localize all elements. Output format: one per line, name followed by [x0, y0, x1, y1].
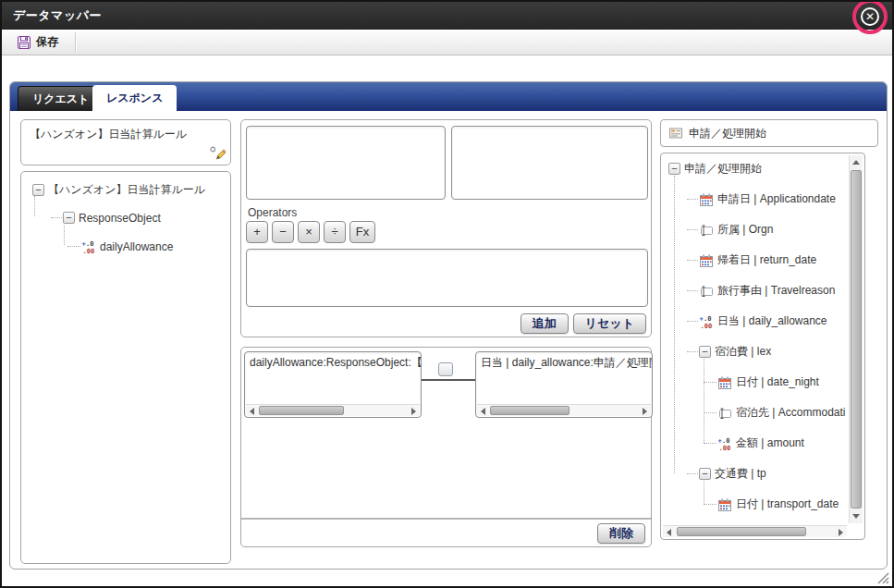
scroll-left-icon[interactable]: [481, 408, 485, 415]
reset-button[interactable]: リセット: [573, 313, 646, 334]
tab-response[interactable]: レスポンス: [92, 85, 177, 111]
calendar-icon: [699, 253, 714, 268]
pencil-edit-icon[interactable]: [209, 145, 226, 162]
expression-preview-box[interactable]: [246, 249, 648, 307]
number-field-icon: [699, 314, 714, 329]
scrollbar-thumb[interactable]: [677, 527, 806, 536]
scroll-right-icon[interactable]: [411, 408, 416, 415]
mapping-list-panel: dailyAllowance:ResponseObject:【 日当 | dai…: [240, 347, 652, 547]
rule-name-box: 【ハンズオン】日当計算ルール: [20, 119, 231, 165]
data-mapper-dialog: データマッパー ✕ 保存 リクエスト レスポンス 【ハンズオン】日当計算ルール …: [0, 0, 894, 588]
calendar-icon: [717, 375, 732, 390]
operand-left-slot[interactable]: [246, 126, 446, 200]
horizontal-scrollbar[interactable]: [663, 525, 847, 537]
operator-plus-button[interactable]: +: [246, 221, 268, 243]
dialog-titlebar: データマッパー: [2, 2, 892, 30]
close-button[interactable]: ✕: [861, 7, 879, 26]
toolbar-separator: [75, 32, 77, 53]
scrollbar-thumb[interactable]: [490, 406, 569, 415]
vertical-scrollbar[interactable]: [849, 155, 863, 523]
tree-guide: [674, 176, 675, 473]
mapping-target-value: 日当 | daily_allowance:申請／処理開: [476, 352, 652, 374]
tree-node-date-night[interactable]: 日付 | date_night: [665, 367, 846, 398]
number-field-icon: [717, 436, 732, 451]
tree-node-responseobject[interactable]: − ResponseObject: [25, 203, 227, 232]
save-button[interactable]: 保存: [9, 32, 66, 53]
tree-node-daily-allowance[interactable]: 日当 | daily_allowance: [665, 306, 846, 337]
tab-bar: リクエスト レスポンス: [10, 82, 887, 111]
operator-button-row: + − × ÷ Fx: [246, 221, 375, 243]
save-button-label: 保存: [36, 34, 58, 50]
tree-guide: [704, 359, 704, 443]
horizontal-scrollbar[interactable]: [246, 404, 420, 416]
collapse-toggle-icon[interactable]: −: [63, 212, 75, 224]
tree-node-applicationdate[interactable]: 申請日 | Applicationdate: [665, 184, 846, 214]
rule-name-label: 【ハンズオン】日当計算ルール: [21, 120, 230, 149]
mapping-source-box[interactable]: dailyAllowance:ResponseObject:【: [244, 351, 422, 418]
tab-request[interactable]: リクエスト: [18, 86, 104, 111]
tree-node-transport-date[interactable]: 日付 | transport_date: [665, 489, 846, 520]
mapping-footer-divider: [241, 518, 651, 520]
mapping-source-value: dailyAllowance:ResponseObject:【: [245, 352, 421, 374]
tree-guide: [64, 226, 65, 245]
mapping-target-box[interactable]: 日当 | daily_allowance:申請／処理開: [475, 351, 653, 418]
operator-function-button[interactable]: Fx: [349, 221, 375, 243]
tree-node-lodging-group[interactable]: − 宿泊費 | lex: [665, 337, 846, 367]
collapse-toggle-icon[interactable]: −: [699, 468, 711, 480]
scrollbar-thumb[interactable]: [851, 170, 862, 508]
scroll-up-icon[interactable]: [852, 160, 860, 165]
delete-button[interactable]: 削除: [597, 523, 645, 544]
scrollbar-thumb[interactable]: [259, 406, 344, 415]
tree-guide: [704, 481, 704, 504]
target-tree-panel: − 申請／処理開始 申請日 | Applicationdate 所属 | Org…: [660, 153, 865, 540]
tree-guide: [34, 196, 35, 216]
scroll-right-icon[interactable]: [839, 529, 843, 536]
tree-node-rule-root[interactable]: − 【ハンズオン】日当計算ルール: [25, 176, 227, 203]
operator-divide-button[interactable]: ÷: [324, 221, 346, 243]
operator-minus-button[interactable]: −: [272, 221, 294, 243]
text-field-icon: [717, 406, 732, 421]
collapse-toggle-icon[interactable]: −: [699, 346, 711, 358]
tree-node-return-date[interactable]: 帰着日 | return_date: [665, 245, 846, 276]
tree-node-transport-group[interactable]: − 交通費 | tp: [665, 459, 846, 489]
floppy-disk-icon: [17, 35, 31, 50]
tree-node-travelreason[interactable]: 旅行事由 | Travelreason: [665, 276, 846, 306]
tree-node-amount[interactable]: 金額 | amount: [665, 428, 846, 459]
scroll-left-icon[interactable]: [667, 529, 671, 536]
target-form-title: 申請／処理開始: [689, 126, 766, 141]
calendar-icon: [699, 192, 714, 207]
add-button[interactable]: 追加: [520, 313, 569, 334]
collapse-toggle-icon[interactable]: −: [668, 163, 680, 175]
scroll-right-icon[interactable]: [643, 408, 647, 415]
collapse-toggle-icon[interactable]: −: [32, 184, 44, 196]
resize-grip[interactable]: [875, 570, 889, 584]
calendar-icon: [717, 497, 732, 512]
tree-node-process-start[interactable]: − 申請／処理開始: [665, 153, 846, 184]
close-button-area: ✕: [852, 0, 888, 34]
mapping-checkbox[interactable]: [438, 362, 453, 376]
source-tree-panel: − 【ハンズオン】日当計算ルール − ResponseObject dailyA…: [20, 171, 231, 564]
text-field-icon: [699, 223, 714, 238]
scroll-left-icon[interactable]: [250, 408, 254, 415]
toolbar: 保存: [2, 30, 892, 55]
tree-node-dailyallowance[interactable]: dailyAllowance: [25, 232, 227, 261]
dialog-title: データマッパー: [2, 7, 102, 24]
expression-builder-panel: Operators + − × ÷ Fx 追加 リセット: [240, 119, 652, 337]
scroll-down-icon[interactable]: [852, 514, 860, 519]
target-tree-content: − 申請／処理開始 申請日 | Applicationdate 所属 | Org…: [665, 153, 846, 521]
mapping-connector-line: [421, 379, 476, 381]
expression-actions: 追加 リセット: [520, 313, 646, 334]
number-field-icon: [81, 239, 96, 254]
operators-label: Operators: [248, 206, 297, 219]
form-icon: [668, 126, 683, 141]
text-field-icon: [699, 284, 714, 299]
target-form-header: 申請／処理開始: [660, 119, 878, 147]
operator-multiply-button[interactable]: ×: [298, 221, 320, 243]
horizontal-scrollbar[interactable]: [477, 404, 651, 416]
operand-right-slot[interactable]: [451, 126, 648, 200]
tree-node-orgn[interactable]: 所属 | Orgn: [665, 214, 846, 245]
tree-node-accommodation[interactable]: 宿泊先 | Accommodati: [665, 398, 846, 428]
